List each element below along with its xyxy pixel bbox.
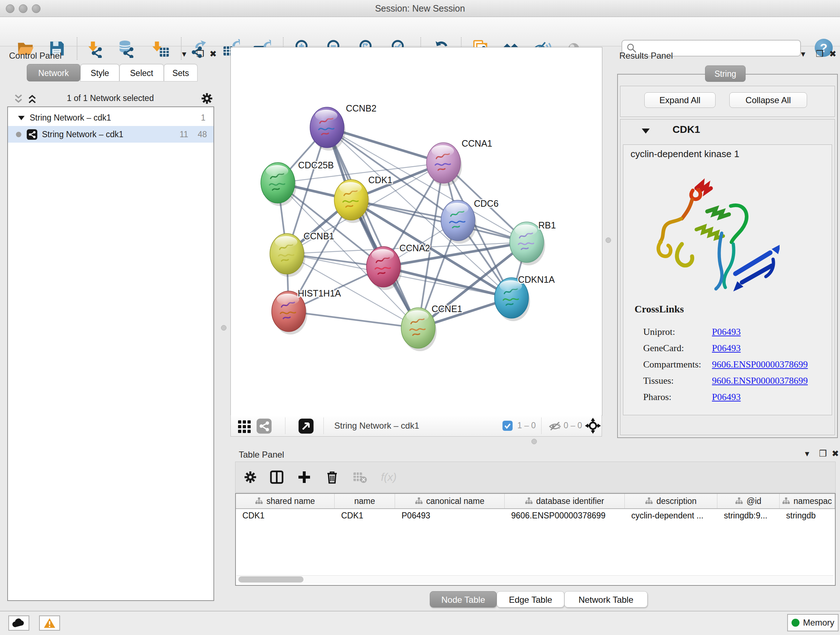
node-label-CCNB2: CCNB2 [346,103,377,113]
cell[interactable]: cyclin-dependent ... [625,508,717,523]
edge-HIST1H1A-CCNE1[interactable] [289,311,418,328]
node-label-CDK1: CDK1 [368,175,393,185]
memory-status-dot [791,619,799,627]
selected-checkbox[interactable] [502,420,513,431]
node-CCNB1[interactable]: CCNB1 [270,231,334,277]
protein-collapse-icon[interactable] [641,127,651,135]
table-panel-float-icon[interactable]: ❒ [817,448,829,459]
collection-expand-icon[interactable] [17,113,26,122]
show-columns-icon[interactable] [267,467,287,487]
table-row[interactable]: CDK1CDK1P064939606.ENSP00000378699cyclin… [236,508,835,523]
network-graph[interactable]: CCNB2 CCNA1 CDC25B CDK1 CDC6 RB1 CCNB1 C… [231,48,602,415]
results-panel-collapse-icon[interactable]: ▾ [797,49,809,59]
birds-eye-grid-icon[interactable] [237,419,252,433]
node-CCNB2[interactable]: CCNB2 [310,103,377,150]
warning-button[interactable] [39,616,60,631]
window-title: Session: New Session [0,0,840,17]
horizontal-splitter-handle[interactable] [531,439,537,444]
node-CCNE1[interactable]: CCNE1 [401,304,462,351]
network-collection-row[interactable]: String Network – cdk1 1 [8,109,213,126]
selected-count: 1 – 0 [517,421,536,431]
cell[interactable]: CDK1 [236,508,335,523]
network-status-dot [16,132,21,137]
node-RB1[interactable]: RB1 [510,220,556,265]
delete-table-icon [349,467,370,487]
column-header--id[interactable]: @id [717,494,780,508]
tab-network-table[interactable]: Network Table [564,591,647,608]
cell[interactable]: stringdb [780,508,835,523]
network-tree: String Network – cdk1 1 String Network –… [7,106,214,601]
tab-select[interactable]: Select [119,64,164,81]
add-column-icon[interactable] [294,467,314,487]
table-panel-collapse-icon[interactable]: ▾ [801,448,813,459]
import-table-icon[interactable] [150,38,171,59]
tab-edge-table[interactable]: Edge Table [497,591,564,608]
collapse-all-tree-icon[interactable] [12,93,25,104]
cell[interactable]: CDK1 [335,508,395,523]
tab-network[interactable]: Network [27,64,80,81]
import-network-icon[interactable] [86,38,107,59]
crosslink-value-link[interactable]: P06493 [712,343,741,354]
network-row-selected[interactable]: String Network – cdk1 11 48 [8,126,213,143]
control-panel-float-icon[interactable]: ❒ [194,49,207,59]
column-header-canonical-name[interactable]: canonical name [395,494,505,508]
crosslink-value-link[interactable]: P06493 [712,392,741,402]
import-network-from-database-icon[interactable] [117,38,138,59]
application-window: Session: New Session ? Control Panel ▾ ❒… [0,0,840,635]
network-options-gear-icon[interactable] [200,91,214,106]
node-label-RB1: RB1 [538,220,556,230]
table-settings-icon[interactable] [240,467,261,487]
memory-label: Memory [803,618,835,628]
delete-column-icon[interactable] [322,467,342,487]
crosslink-label: Pharos: [643,392,671,402]
node-label-CCNA2: CCNA2 [399,243,430,253]
network-canvas[interactable]: CCNB2 CCNA1 CDC25B CDK1 CDC6 RB1 CCNB1 C… [231,47,602,416]
column-header-database-identifier[interactable]: database identifier [505,494,625,508]
node-table[interactable]: shared namenamecanonical namedatabase id… [235,493,836,586]
protein-name: CDK1 [673,124,700,135]
tab-string[interactable]: String [705,65,745,82]
tab-sets[interactable]: Sets [164,64,197,81]
node-CDKN1A[interactable]: CDKN1A [494,274,555,321]
cell[interactable]: 9606.ENSP00000378699 [505,508,625,523]
network-view-share-icon[interactable] [256,418,272,434]
vertical-splitter-handle[interactable] [221,325,226,331]
crosslink-label: Tissues: [643,375,674,386]
table-header-row: shared namenamecanonical namedatabase id… [236,494,835,509]
cell[interactable]: stringdb:9... [717,508,780,523]
crosslink-value-link[interactable]: P06493 [712,326,741,337]
crosslink-label: Uniprot: [643,326,675,337]
control-panel-collapse-icon[interactable]: ▾ [178,49,190,59]
hidden-eye-slash-icon[interactable] [548,419,562,433]
crosslink-value-link[interactable]: 9606.ENSP00000378699 [712,375,808,386]
cell[interactable]: P06493 [395,508,505,523]
collapse-all-button[interactable]: Collapse All [729,92,807,108]
crosslink-value-link[interactable]: 9606.ENSP00000378699 [712,359,808,370]
scrollbar-thumb[interactable] [238,576,303,583]
crosslink-label: Compartments: [643,359,701,370]
crosslinks-heading: CrossLinks [635,303,684,315]
expand-all-button[interactable]: Expand All [644,92,715,108]
node-HIST1H1A[interactable]: HIST1H1A [272,288,341,334]
cloud-button[interactable] [8,616,29,631]
memory-button[interactable]: Memory [787,614,838,631]
tab-style[interactable]: Style [80,64,119,81]
column-header-shared-name[interactable]: shared name [236,494,335,508]
results-splitter-handle[interactable] [606,238,611,243]
detach-view-icon[interactable] [298,418,314,434]
results-panel-close-icon[interactable]: ✖ [827,49,839,59]
node-label-CDKN1A: CDKN1A [518,274,555,285]
tab-node-table[interactable]: Node Table [430,591,497,608]
results-panel-float-icon[interactable]: ❒ [813,49,826,59]
network-selection-status: 1 of 1 Network selected [43,93,177,103]
column-header-name[interactable]: name [335,494,395,508]
control-panel-close-icon[interactable]: ✖ [207,49,219,59]
column-header-description[interactable]: description [625,494,717,508]
table-panel-close-icon[interactable]: ✖ [829,448,840,459]
function-builder-icon: f(x) [378,467,398,487]
expand-all-tree-icon[interactable] [26,93,38,104]
pan-crosshair-icon[interactable] [584,417,601,434]
table-horizontal-scrollbar[interactable] [237,575,834,584]
node-CDK1[interactable]: CDK1 [334,175,393,223]
column-header-namespac[interactable]: namespac [780,494,835,508]
